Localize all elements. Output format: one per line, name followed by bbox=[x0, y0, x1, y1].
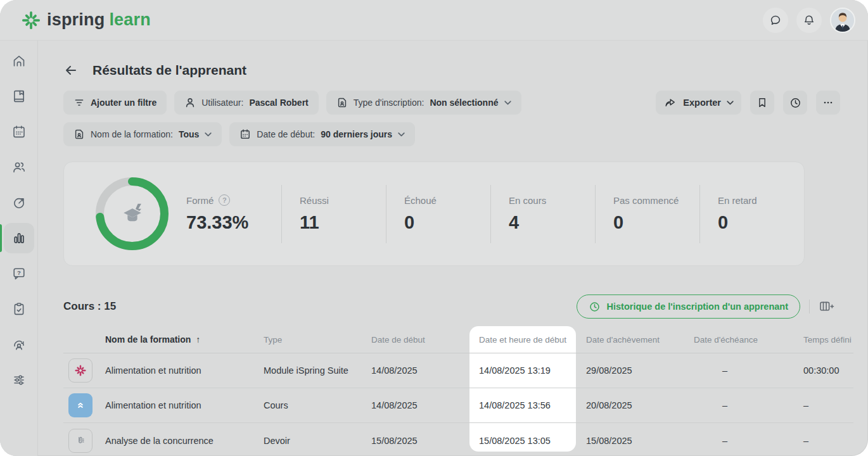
cell-start-datetime: 15/08/2025 13:05 bbox=[469, 436, 576, 446]
cell-time-limit: – bbox=[801, 400, 853, 410]
table-header-row: Nom de la formation ↑ Type Date de début… bbox=[63, 326, 853, 353]
filter-enrollment-type[interactable]: Type d'inscription: Non sélectionné bbox=[326, 91, 521, 115]
notifications-button[interactable] bbox=[796, 8, 822, 33]
cell-due-date: – bbox=[694, 365, 801, 376]
cell-time-limit: – bbox=[801, 436, 853, 446]
chevron-down-icon bbox=[727, 101, 734, 105]
logo-text: ispringlearn bbox=[47, 10, 151, 30]
ispring-spinner-icon bbox=[22, 11, 41, 30]
column-header-name[interactable]: Nom de la formation ↑ bbox=[105, 334, 264, 345]
bookmark-icon bbox=[756, 96, 769, 109]
stats-card: Formé ? 73.33% Réussi 11 Échoué 0 En cou… bbox=[63, 162, 805, 266]
table-row[interactable]: Analyse de la concurrence Devoir 15/08/2… bbox=[63, 423, 853, 456]
add-column-button[interactable] bbox=[819, 299, 835, 314]
stat-passed-value: 11 bbox=[300, 212, 386, 233]
column-header-start-date[interactable]: Date de début bbox=[371, 335, 469, 345]
stat-failed-value: 0 bbox=[404, 212, 490, 233]
table-row[interactable]: Alimentation et nutrition Module iSpring… bbox=[63, 353, 853, 388]
cell-type: Module iSpring Suite bbox=[264, 365, 371, 376]
cell-due-date: – bbox=[694, 436, 801, 446]
filter-user[interactable]: Utilisateur: Pascal Robert bbox=[174, 91, 319, 115]
add-filter-button[interactable]: Ajouter un filtre bbox=[63, 91, 167, 115]
filter-start-date[interactable]: Date de début: 90 derniers jours bbox=[229, 122, 415, 146]
filter-icon bbox=[73, 97, 85, 108]
sidebar-item-goals[interactable] bbox=[4, 187, 34, 218]
course-icon bbox=[68, 393, 93, 417]
cell-completion-date: 15/08/2025 bbox=[576, 436, 694, 446]
columns-plus-icon bbox=[819, 299, 835, 314]
sidebar-item-calendar[interactable] bbox=[4, 117, 34, 147]
sidebar-item-tasks[interactable] bbox=[4, 294, 34, 324]
chevron-down-icon bbox=[205, 132, 212, 137]
target-arrow-icon bbox=[11, 195, 27, 210]
schedule-button[interactable] bbox=[783, 91, 807, 115]
users-icon bbox=[11, 160, 27, 175]
ispring-learn-logo: ispringlearn bbox=[22, 10, 151, 30]
sidebar-item-library[interactable] bbox=[4, 81, 34, 111]
filter-enrollment-value: Non sélectionné bbox=[430, 98, 498, 108]
cell-completion-date: 20/08/2025 bbox=[576, 400, 694, 410]
filter-enrollment-label: Type d'inscription: bbox=[354, 98, 424, 108]
enrollment-history-button[interactable]: Historique de l'inscription d'un apprena… bbox=[577, 294, 800, 319]
column-header-type[interactable]: Type bbox=[264, 335, 371, 345]
ellipsis-icon bbox=[822, 96, 834, 109]
person-icon bbox=[184, 97, 196, 108]
chevron-down-icon bbox=[398, 132, 405, 137]
filter-user-label: Utilisateur: bbox=[201, 98, 243, 108]
calendar-icon bbox=[11, 124, 27, 139]
filter-date-value: 90 derniers jours bbox=[321, 129, 392, 139]
stat-failed: Échoué 0 bbox=[386, 185, 490, 243]
cell-completion-date: 29/08/2025 bbox=[576, 365, 694, 376]
topbar: ispringlearn bbox=[0, 0, 868, 41]
cell-start-date: 14/08/2025 bbox=[371, 365, 469, 376]
column-header-completion-date[interactable]: Date d'achèvement bbox=[576, 335, 694, 345]
cell-course-name: Alimentation et nutrition bbox=[105, 365, 264, 376]
clock-icon bbox=[789, 96, 802, 110]
graduation-cap-bolt-icon bbox=[118, 200, 147, 229]
column-header-due-date[interactable]: Date d'échéance bbox=[694, 335, 801, 345]
back-arrow-icon bbox=[63, 63, 79, 78]
divider bbox=[809, 300, 810, 314]
stat-in-progress: En cours 4 bbox=[490, 185, 595, 243]
filter-course-name[interactable]: Nom de la formation: Tous bbox=[63, 122, 222, 146]
sidebar-item-users[interactable] bbox=[4, 152, 34, 182]
filter-user-value: Pascal Robert bbox=[249, 98, 308, 108]
cell-start-date: 14/08/2025 bbox=[371, 400, 469, 410]
export-icon bbox=[663, 96, 677, 110]
cell-start-datetime: 14/08/2025 13:19 bbox=[469, 365, 576, 376]
sidebar-item-feedback[interactable]: ? bbox=[4, 258, 34, 289]
cell-course-name: Analyse de la concurrence bbox=[105, 436, 264, 446]
column-header-time-limit[interactable]: Temps défini bbox=[801, 335, 853, 345]
sidebar-item-performance[interactable] bbox=[4, 329, 34, 360]
book-icon bbox=[11, 89, 27, 104]
bookmark-button[interactable] bbox=[750, 91, 774, 115]
filter-date-label: Date de début: bbox=[257, 129, 315, 139]
help-icon[interactable]: ? bbox=[219, 194, 230, 206]
cell-start-date: 15/08/2025 bbox=[371, 436, 469, 446]
clock-icon bbox=[589, 301, 601, 313]
home-icon bbox=[11, 53, 27, 68]
column-header-start-datetime[interactable]: Date et heure de début bbox=[469, 335, 576, 345]
stat-overdue-value: 0 bbox=[718, 212, 804, 233]
courses-count-title: Cours : 15 bbox=[63, 300, 116, 313]
user-avatar[interactable] bbox=[830, 8, 855, 33]
clipboard-check-icon bbox=[11, 301, 27, 317]
calendar-small-icon bbox=[239, 129, 251, 140]
back-button[interactable] bbox=[63, 63, 79, 78]
messages-button[interactable] bbox=[763, 8, 788, 33]
table-row[interactable]: Alimentation et nutrition Cours 14/08/20… bbox=[63, 388, 853, 423]
sidebar-item-settings[interactable] bbox=[4, 365, 34, 395]
export-button[interactable]: Exporter bbox=[656, 91, 741, 115]
more-button[interactable] bbox=[816, 91, 840, 115]
filter-course-label: Nom de la formation: bbox=[91, 129, 173, 139]
sidebar-item-reports[interactable] bbox=[4, 223, 34, 253]
stat-trained-value: 73.33% bbox=[186, 212, 281, 233]
sliders-icon bbox=[11, 372, 27, 388]
person-gauge-icon bbox=[11, 337, 27, 352]
stat-trained: Formé ? 73.33% bbox=[186, 185, 281, 243]
svg-text:?: ? bbox=[17, 269, 21, 276]
chevron-down-icon bbox=[504, 101, 511, 105]
sidebar-item-home[interactable] bbox=[4, 46, 34, 76]
stat-passed: Réussi 11 bbox=[281, 185, 386, 243]
cell-course-name: Alimentation et nutrition bbox=[105, 400, 264, 410]
